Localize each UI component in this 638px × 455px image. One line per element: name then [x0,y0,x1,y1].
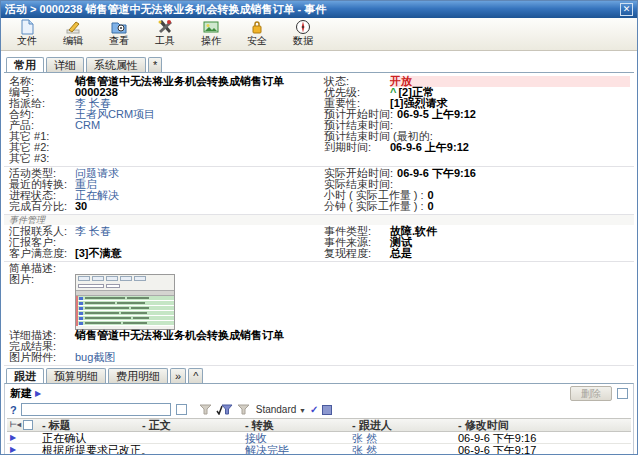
column-header-follower[interactable]: - 跟进人 [350,419,456,431]
window-title: 活动 > 0000238 销售管道中无法将业务机会转换成销售订单 - 事件 [5,2,620,17]
field-group-progress: 活动类型:问题请求 最近的转换:重启 进程状态:正在解决 完成百分比:30 实际… [4,167,634,215]
funnel-icon-2[interactable] [237,404,250,415]
toolbar-label: 工具 [155,35,175,47]
field-label: 图片: [9,274,75,285]
funnel-check-icon[interactable] [216,404,233,415]
file-icon [19,19,35,35]
follower-link[interactable]: 张 然 [350,432,456,444]
field-group-main: 名称:销售管道中无法将业务机会转换成销售订单 编号:0000238 指派给:李 … [4,75,634,167]
related-panel: 跟进 预算明细 费用明细 » ^ 新建 ▶ 删除 ? [4,368,634,455]
security-icon [249,19,265,35]
list-actions: 新建 ▶ 删除 [7,385,631,401]
view-block-icon[interactable] [322,405,332,415]
close-icon[interactable]: ✕ [620,3,633,16]
toolbar-button-edit[interactable]: 编辑 [55,19,91,47]
field-panel: 名称:销售管道中无法将业务机会转换成销售订单 编号:0000238 指派给:李 … [4,72,634,366]
minutes-worked-value: 0 [428,201,434,212]
field-label: 客户满意度: [9,248,75,259]
column-header-transition[interactable]: - 转换 [243,419,350,431]
toolbar-button-tools[interactable]: 工具 [147,19,183,47]
modified-cell: 06-9-6 下午9:17 [456,444,631,455]
field-group-description: 简单描述: 图片: [4,262,634,366]
row-expand-icon[interactable]: ▶ [10,444,16,455]
search-input[interactable] [21,403,171,416]
actions-checkbox[interactable] [617,388,628,399]
toolbar-label: 文件 [17,35,37,47]
field-group-case: 汇报联系人:李 长春 汇报客户: 客户满意度:[3]不满意 事件类型:故障.软件… [4,225,634,262]
satisfaction-value: [3]不满意 [75,248,121,259]
tab-expense-detail[interactable]: 费用明细 [108,368,168,383]
toolbar-button-security[interactable]: 安全 [239,19,275,47]
funnel-icon[interactable] [199,404,212,415]
new-button[interactable]: 新建 [10,386,32,401]
field-label: 其它 #3: [9,153,75,164]
tab-overflow[interactable]: » [170,368,186,383]
select-all-checkbox[interactable] [23,420,33,430]
filter-checkbox[interactable] [176,404,187,415]
table-header-row: ⊢◂ - 标题 - 正文 - 转换 - 跟进人 - 修改时间 [7,419,631,432]
toolbar-button-actions[interactable]: 操作 [193,19,229,47]
toolbar-button-data[interactable]: 数据 [285,19,321,47]
toolbar: 文件 编辑 查看 工具 操作 安全 数据 [1,18,637,51]
followups-table: ⊢◂ - 标题 - 正文 - 转换 - 跟进人 - 修改时间 ▶ 正在确认 接收… [7,418,631,455]
modified-cell: 06-9-6 下午9:16 [456,432,631,444]
follower-link[interactable]: 张 然 [350,444,456,455]
standard-view-dropdown[interactable]: Standard ▼ [256,404,306,415]
new-menu-arrow-icon[interactable]: ▶ [35,389,41,398]
toolbar-label: 编辑 [63,35,83,47]
tab-collapse[interactable]: ^ [188,368,203,383]
data-icon [295,19,311,35]
reproducibility-value: 总是 [390,248,412,259]
toolbar-button-file[interactable]: 文件 [9,19,45,47]
toolbar-label: 安全 [247,35,267,47]
collapse-all-icon[interactable]: ⊢◂ [10,419,21,431]
view-icon [111,19,127,35]
title-cell: 正在确认 [40,432,140,444]
section-label-case-management: 事件管理 [4,215,634,225]
table-row: ▶ 根据所提要求已改正。 解决完毕 张 然 06-9-6 下午9:17 [7,444,631,455]
apply-filter-icon[interactable]: ✓ [310,404,318,415]
estimated-start-value: 06-9-5 上午9:12 [397,109,476,120]
field-label: 分钟 ( 实际工作量 ) : [324,201,428,212]
tab-system-properties[interactable]: 系统属性 [86,57,146,72]
actual-start-value: 06-9-6 下午9:16 [397,168,476,179]
transition-link[interactable]: 接收 [243,432,350,444]
window-titlebar: 活动 > 0000238 销售管道中无法将业务机会转换成销售订单 - 事件 ✕ [1,1,637,18]
row-expand-icon[interactable]: ▶ [10,432,16,444]
detail-description-value: 销售管道中无法将业务机会转换成销售订单 [75,330,284,341]
tab-followups[interactable]: 跟进 [6,368,44,383]
detail-content: 常用 详细 系统属性 * 名称:销售管道中无法将业务机会转换成销售订单 编号:0… [1,51,637,455]
field-label: 到期时间: [324,142,390,153]
help-icon[interactable]: ? [10,404,17,416]
column-header-title[interactable]: - 标题 [40,419,140,431]
picture-thumbnail[interactable] [75,274,175,330]
chevron-down-icon: ▼ [299,407,306,414]
picture-attachment-link[interactable]: bug截图 [75,352,115,363]
tab-budget-detail[interactable]: 预算明细 [46,368,106,383]
field-label: 完成百分比: [9,201,75,212]
field-label: 图片附件: [9,352,75,363]
tab-common[interactable]: 常用 [6,57,44,72]
list-filter-bar: ? Standard ▼ ✓ [7,401,631,418]
toolbar-button-view[interactable]: 查看 [101,19,137,47]
product-link[interactable]: CRM [75,120,100,131]
table-row: ▶ 正在确认 接收 张 然 06-9-6 下午9:16 [7,432,631,444]
transition-link[interactable]: 解决完毕 [243,444,350,455]
tab-detail[interactable]: 详细 [46,57,84,72]
main-tabs: 常用 详细 系统属性 * [4,57,634,72]
actions-icon [203,19,219,35]
tools-icon [157,19,173,35]
report-contact-link[interactable]: 李 长春 [75,226,111,237]
toolbar-label: 数据 [293,35,313,47]
toolbar-label: 操作 [201,35,221,47]
column-header-modified[interactable]: - 修改时间 [456,419,631,431]
title-cell: 根据所提要求已改正。 [40,444,140,455]
column-header-body[interactable]: - 正文 [140,419,243,431]
related-tabs: 跟进 预算明细 费用明细 » ^ [4,368,634,383]
delete-button[interactable]: 删除 [570,386,612,401]
app-window: 活动 > 0000238 销售管道中无法将业务机会转换成销售订单 - 事件 ✕ … [0,0,638,455]
edit-icon [65,19,81,35]
toolbar-label: 查看 [109,35,129,47]
field-label: 复现程度: [324,248,390,259]
tab-more[interactable]: * [148,57,162,72]
